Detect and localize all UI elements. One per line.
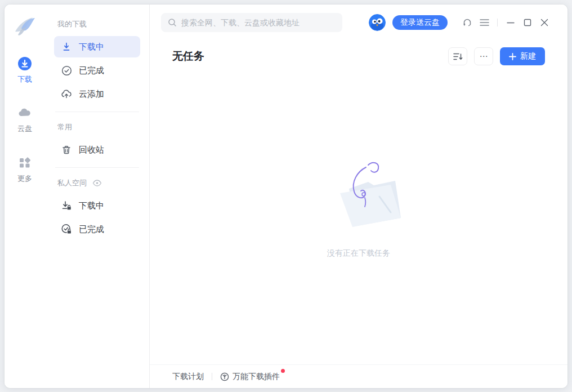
support-headset-icon[interactable] [459,14,476,31]
download-circle-icon [17,56,32,71]
login-button[interactable]: 登录送云盘 [392,15,448,30]
sidebar-section-header: 我的下载 [57,19,140,29]
sidebar-section-header-private: 私人空间 [57,178,140,188]
download-plan-link[interactable]: 下载计划 [172,372,204,382]
eye-icon[interactable] [92,180,102,186]
sort-button[interactable] [448,47,467,65]
new-task-button[interactable]: 新建 [500,47,545,65]
sidebar: 我的下载 下载中 已完成 [45,5,150,388]
sidebar-item-label: 回收站 [79,145,104,155]
main-area: 登录送云盘 [150,5,567,388]
sidebar-item-label: 已完成 [79,65,104,76]
sidebar-item-cloud-add[interactable]: 云添加 [54,83,140,105]
new-task-label: 新建 [520,51,536,61]
check-circle-icon [61,65,72,76]
sidebar-section-header: 常用 [57,122,140,132]
close-button[interactable] [536,14,553,31]
bottombar-divider [212,373,212,380]
sidebar-item-downloading[interactable]: 下载中 [54,36,140,57]
empty-folder-illustration [305,159,412,233]
sidebar-item-private-downloading[interactable]: 下载中 [54,195,140,216]
search-icon [168,18,177,27]
task-list-empty-area: 没有正在下载任务 [150,72,567,364]
cloud-add-icon [61,88,72,100]
rail-item-label: 更多 [17,173,32,184]
empty-state-message: 没有正在下载任务 [305,248,412,259]
titlebar-divider [497,19,498,26]
check-lock-icon [61,224,72,235]
trash-icon [61,144,72,155]
sidebar-divider [55,112,139,112]
cloud-icon [17,106,32,121]
title-bar: 登录送云盘 [150,5,567,41]
more-button[interactable]: ⋯ [474,47,493,65]
maximize-button[interactable] [519,14,536,31]
avatar[interactable] [369,14,386,31]
plus-icon [509,53,516,60]
minimize-button[interactable] [502,14,519,31]
rail-item-download[interactable]: 下载 [17,56,32,84]
notification-dot [281,369,285,373]
menu-icon[interactable] [476,14,493,31]
sidebar-item-label: 下载中 [79,42,104,52]
sidebar-item-recycle-bin[interactable]: 回收站 [54,139,140,161]
plugin-icon [220,372,229,381]
rail-item-label: 云盘 [17,124,32,134]
sidebar-divider [55,167,139,168]
bottom-bar: 下载计划 万能下载插件 [150,364,567,388]
thunder-logo-icon [10,11,39,41]
download-icon [61,41,72,52]
sidebar-item-completed[interactable]: 已完成 [54,60,140,81]
sidebar-item-label: 云添加 [79,89,104,100]
app-window: 下载 云盘 更多 我的下载 [5,5,567,388]
rail-item-cloud-drive[interactable]: 云盘 [17,106,32,134]
sidebar-item-private-completed[interactable]: 已完成 [54,219,140,240]
sidebar-item-label: 已完成 [79,224,104,235]
toolbar: 无任务 ⋯ 新建 [150,41,567,72]
download-lock-icon [61,200,72,211]
page-title: 无任务 [172,49,204,64]
sidebar-item-label: 下载中 [79,201,104,211]
universal-plugin-link[interactable]: 万能下载插件 [220,372,280,382]
left-rail: 下载 云盘 更多 [5,5,45,388]
rail-item-label: 下载 [17,74,32,84]
grid-icon [17,155,32,170]
search-input[interactable] [181,18,336,27]
rail-item-more[interactable]: 更多 [17,155,32,184]
search-box[interactable] [161,13,342,32]
